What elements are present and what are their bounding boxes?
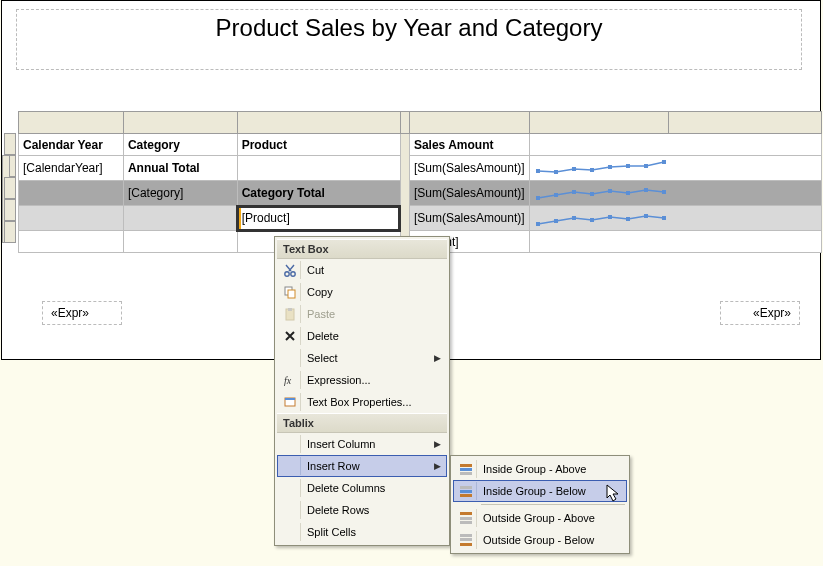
properties-icon	[279, 393, 301, 411]
submenu-outside-group-below-label: Outside Group - Below	[483, 534, 623, 546]
footer-expr-left[interactable]: «Expr»	[42, 301, 122, 325]
cell-r1-year[interactable]: [CalendarYear]	[19, 156, 124, 181]
menu-insert-column-label: Insert Column	[307, 438, 431, 450]
insert-row-submenu: Inside Group - Above Inside Group - Belo…	[450, 455, 630, 554]
submenu-inside-group-below[interactable]: Inside Group - Below	[453, 480, 627, 502]
cell-r3-product-selected[interactable]: [Product]	[237, 206, 400, 231]
cell-r4-category[interactable]	[123, 231, 237, 253]
cell-r4-spark[interactable]	[529, 231, 821, 253]
footer-expr-left-text: «Expr»	[51, 306, 89, 320]
svg-rect-2	[572, 167, 576, 171]
report-title-box[interactable]: Product Sales by Year and Category	[16, 9, 802, 70]
menu-copy[interactable]: Copy	[277, 281, 447, 303]
chevron-right-icon-3: ▶	[431, 461, 443, 471]
menu-delete-rows[interactable]: Delete Rows	[277, 499, 447, 521]
cell-r2-year[interactable]	[19, 181, 124, 206]
header-product-label: Product	[242, 138, 287, 152]
row-handle-5[interactable]	[4, 221, 16, 243]
cell-r3-amount-text: [Sum(SalesAmount)]	[414, 211, 525, 225]
svg-rect-12	[608, 189, 612, 193]
menu-delete[interactable]: Delete	[277, 325, 447, 347]
cell-r2-product[interactable]: Category Total	[237, 181, 400, 206]
cell-r3-amount[interactable]: [Sum(SalesAmount)]	[409, 206, 529, 231]
col-handle-1[interactable]	[19, 112, 124, 134]
submenu-inside-group-above[interactable]: Inside Group - Above	[453, 458, 627, 480]
header-year[interactable]: Calendar Year	[19, 134, 124, 156]
blank-icon-5	[279, 501, 301, 519]
cell-r4-year[interactable]	[19, 231, 124, 253]
svg-rect-10	[572, 190, 576, 194]
menu-expression[interactable]: fx Expression...	[277, 369, 447, 391]
menu-delete-rows-label: Delete Rows	[307, 504, 443, 516]
svg-rect-23	[662, 216, 666, 220]
svg-rect-6	[644, 164, 648, 168]
blank-icon-3	[279, 457, 301, 475]
header-amount[interactable]: Sales Amount	[409, 134, 529, 156]
delete-icon	[279, 327, 301, 345]
menu-copy-label: Copy	[307, 286, 443, 298]
svg-rect-38	[460, 494, 472, 497]
menu-insert-row[interactable]: Insert Row ▶	[277, 455, 447, 477]
menu-insert-column[interactable]: Insert Column ▶	[277, 433, 447, 455]
svg-rect-44	[460, 543, 472, 546]
row-handle-1[interactable]	[4, 133, 16, 155]
cell-r1-category-text: Annual Total	[128, 161, 200, 175]
submenu-outside-group-below[interactable]: Outside Group - Below	[453, 529, 627, 551]
submenu-outside-group-above[interactable]: Outside Group - Above	[453, 507, 627, 529]
header-year-label: Calendar Year	[23, 138, 103, 152]
menu-cut-label: Cut	[307, 264, 443, 276]
cell-r1-amount[interactable]: [Sum(SalesAmount)]	[409, 156, 529, 181]
svg-rect-37	[460, 490, 472, 493]
svg-rect-0	[536, 169, 540, 173]
cell-r1-product[interactable]	[237, 156, 400, 181]
col-handle-2[interactable]	[123, 112, 237, 134]
row-above-icon	[455, 460, 477, 478]
row-handle-3[interactable]	[4, 177, 16, 199]
cell-r2-amount[interactable]: [Sum(SalesAmount)]	[409, 181, 529, 206]
svg-rect-40	[460, 517, 472, 520]
svg-rect-8	[536, 196, 540, 200]
col-handle-3[interactable]	[237, 112, 400, 134]
cell-r3-spark[interactable]	[529, 206, 821, 231]
copy-icon	[279, 283, 301, 301]
sparkline-1-icon	[534, 159, 674, 177]
cell-r2-spark[interactable]	[529, 181, 821, 206]
svg-rect-13	[626, 191, 630, 195]
submenu-inside-group-above-label: Inside Group - Above	[483, 463, 623, 475]
cell-r3-category[interactable]	[123, 206, 237, 231]
col-handle-sep[interactable]	[400, 112, 409, 134]
cell-r1-spark[interactable]	[529, 156, 821, 181]
menu-cut[interactable]: Cut	[277, 259, 447, 281]
svg-rect-18	[572, 216, 576, 220]
menu-split-cells[interactable]: Split Cells	[277, 521, 447, 543]
svg-rect-1	[554, 170, 558, 174]
cell-r1-category[interactable]: Annual Total	[123, 156, 237, 181]
menu-delete-columns[interactable]: Delete Columns	[277, 477, 447, 499]
sparkline-2-icon	[534, 184, 674, 202]
cell-r2-category[interactable]: [Category]	[123, 181, 237, 206]
cell-r3-year[interactable]	[19, 206, 124, 231]
svg-rect-15	[662, 190, 666, 194]
col-handle-5[interactable]	[529, 112, 668, 134]
header-sparkline[interactable]	[529, 134, 821, 156]
menu-select[interactable]: Select ▶	[277, 347, 447, 369]
svg-rect-4	[608, 165, 612, 169]
header-category[interactable]: Category	[123, 134, 237, 156]
submenu-outside-group-above-label: Outside Group - Above	[483, 512, 623, 524]
menu-section-textbox: Text Box	[277, 239, 447, 259]
menu-textbox-properties[interactable]: Text Box Properties...	[277, 391, 447, 413]
footer-expr-right[interactable]: «Expr»	[720, 301, 800, 325]
cut-icon	[279, 261, 301, 279]
svg-rect-34	[460, 468, 472, 471]
menu-paste: Paste	[277, 303, 447, 325]
col-handle-4[interactable]	[409, 112, 529, 134]
cell-r2-category-text: [Category]	[128, 186, 183, 200]
row-outside-above-icon	[455, 509, 477, 527]
blank-icon-4	[279, 479, 301, 497]
svg-rect-5	[626, 164, 630, 168]
header-product[interactable]: Product	[237, 134, 400, 156]
row-handle-4[interactable]	[4, 199, 16, 221]
blank-icon	[279, 349, 301, 367]
svg-rect-22	[644, 214, 648, 218]
col-handle-6[interactable]	[669, 112, 822, 134]
